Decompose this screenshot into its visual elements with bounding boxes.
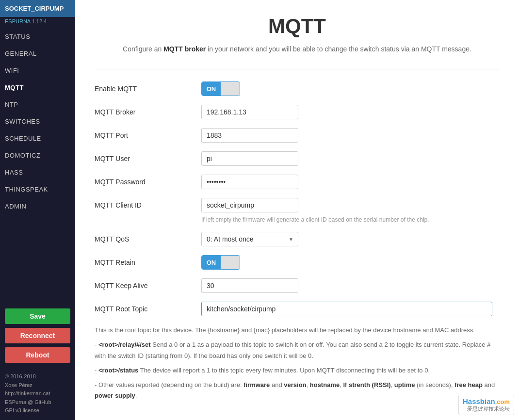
sidebar-item-thingspeak[interactable]: THINGSPEAK	[0, 181, 75, 198]
sidebar-item-domoticz[interactable]: DOMOTICZ	[0, 147, 75, 164]
toggle-on-label: ON	[202, 82, 221, 96]
enable-mqtt-label: Enable MQTT	[95, 85, 192, 93]
save-button[interactable]: Save	[5, 308, 70, 324]
mqtt-broker-label: MQTT Broker	[95, 108, 192, 116]
sidebar-item-general[interactable]: GENERAL	[0, 45, 75, 62]
section-divider	[95, 69, 500, 69]
sidebar-footer: © 2016-2018 Xose Pérez http://tinkerman.…	[0, 368, 75, 420]
mqtt-clientid-row: MQTT Client ID	[95, 198, 500, 212]
sidebar-title: SOCKET_CIRPUMP	[0, 0, 75, 17]
retain-toggle-on-label: ON	[202, 256, 221, 269]
mqtt-retain-row: MQTT Retain ON	[95, 255, 500, 270]
mqtt-user-label: MQTT User	[95, 155, 192, 162]
info-line1: This is the root topic for this device. …	[95, 325, 500, 336]
sidebar-item-mqtt[interactable]: MQTT	[0, 79, 75, 96]
sidebar-version: ESPURNA 1.12.4	[0, 17, 75, 28]
sidebar-item-schedule[interactable]: SCHEDULE	[0, 130, 75, 147]
mqtt-qos-row: MQTT QoS 0: At most once 1: At least onc…	[95, 232, 500, 246]
page-title: MQTT	[95, 15, 500, 38]
mqtt-user-input[interactable]	[201, 151, 298, 166]
mqtt-password-input[interactable]	[201, 175, 298, 189]
retain-toggle-off-area	[221, 256, 240, 269]
sidebar-item-ntp[interactable]: NTP	[0, 96, 75, 113]
info-block: This is the root topic for this device. …	[95, 325, 500, 401]
clientid-hint: If left empty the firmware will generate…	[201, 216, 500, 223]
mqtt-port-input[interactable]	[201, 128, 298, 143]
mqtt-keepalive-label: MQTT Keep Alive	[95, 282, 192, 290]
info-line2: - <root>/relay/#/set Send a 0 or a 1 as …	[95, 339, 500, 361]
sidebar-item-admin[interactable]: ADMIN	[0, 198, 75, 215]
mqtt-port-row: MQTT Port	[95, 128, 500, 143]
mqtt-password-label: MQTT Password	[95, 178, 192, 186]
mqtt-user-row: MQTT User	[95, 151, 500, 166]
sidebar-item-status[interactable]: STATUS	[0, 28, 75, 45]
mqtt-clientid-label: MQTT Client ID	[95, 201, 192, 209]
main-content: MQTT Configure an MQTT broker in your ne…	[75, 0, 519, 420]
sidebar-buttons: Save Reconnect Reboot	[0, 304, 75, 368]
mqtt-retain-toggle[interactable]: ON	[201, 255, 240, 270]
sidebar-item-hass[interactable]: HASS	[0, 164, 75, 181]
reconnect-button[interactable]: Reconnect	[5, 328, 70, 343]
info-line3: - <root>/status The device will report a…	[95, 365, 500, 376]
page-description: Configure an MQTT broker in your network…	[95, 44, 500, 54]
mqtt-password-row: MQTT Password	[95, 175, 500, 189]
mqtt-broker-row: MQTT Broker	[95, 105, 500, 119]
enable-mqtt-toggle[interactable]: ON	[201, 81, 240, 96]
sidebar: SOCKET_CIRPUMP ESPURNA 1.12.4 STATUS GEN…	[0, 0, 75, 420]
mqtt-keepalive-input[interactable]	[201, 278, 298, 293]
mqtt-clientid-input[interactable]	[201, 198, 298, 212]
mqtt-roottopic-input[interactable]	[201, 302, 492, 316]
mqtt-retain-label: MQTT Retain	[95, 258, 192, 266]
sidebar-item-wifi[interactable]: WIFI	[0, 62, 75, 79]
mqtt-roottopic-label: MQTT Root Topic	[95, 305, 192, 313]
sidebar-item-switches[interactable]: SWITCHES	[0, 113, 75, 130]
toggle-off-area	[221, 82, 240, 96]
reboot-button[interactable]: Reboot	[5, 347, 70, 363]
mqtt-roottopic-row: MQTT Root Topic	[95, 302, 500, 316]
enable-mqtt-row: Enable MQTT ON	[95, 81, 500, 96]
mqtt-qos-select[interactable]: 0: At most once 1: At least once 2: Exac…	[201, 232, 298, 246]
mqtt-qos-select-wrapper: 0: At most once 1: At least once 2: Exac…	[201, 232, 298, 246]
mqtt-qos-label: MQTT QoS	[95, 235, 192, 243]
info-line4: - Other values reported (depending on th…	[95, 380, 500, 401]
mqtt-broker-input[interactable]	[201, 105, 298, 119]
mqtt-port-label: MQTT Port	[95, 131, 192, 139]
mqtt-keepalive-row: MQTT Keep Alive	[95, 278, 500, 293]
